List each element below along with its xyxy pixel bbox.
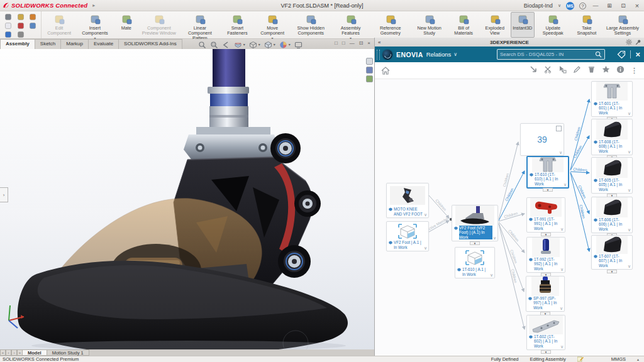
pane-icon-blue[interactable] bbox=[366, 67, 373, 74]
account-dropdown-icon[interactable]: ∨ bbox=[558, 3, 561, 8]
delete-trash-icon[interactable] bbox=[587, 65, 596, 76]
graphics-viewport[interactable]: › bbox=[0, 49, 374, 349]
graph-node-1t-602[interactable]: 1T-602 (1T-602) | A.1 | In Work∨▼ bbox=[526, 315, 565, 350]
model-tab-motion-study-1[interactable]: Motion Study 1 bbox=[47, 349, 89, 356]
node-chevron-icon[interactable]: ∨ bbox=[424, 246, 427, 251]
app-menu-label[interactable]: Relations bbox=[426, 51, 452, 58]
new-document-icon[interactable] bbox=[4, 21, 13, 30]
new-motion-study-button[interactable]: New Motion Study bbox=[411, 12, 448, 38]
component-preview-window-button[interactable]: Component Preview Window bbox=[139, 12, 179, 38]
graph-node-vf2-foot-ref[interactable]: VF2 Foot | A.1 | In Work∨ bbox=[386, 221, 429, 251]
threeds-compass-icon[interactable] bbox=[382, 50, 392, 60]
tab-evaluate[interactable]: Evaluate bbox=[88, 39, 119, 49]
model-tab-scroll-prev[interactable]: ‹ bbox=[6, 349, 11, 356]
options-gear-icon[interactable] bbox=[16, 30, 25, 39]
zoom-area-icon[interactable] bbox=[210, 40, 218, 48]
node-expand-tab[interactable]: ▼ bbox=[470, 241, 480, 245]
graph-node-1t-608[interactable]: 1T-608 (1T-608) | A.1 | In Work∨▼ bbox=[591, 119, 633, 155]
node-expand-tab[interactable]: ▼ bbox=[543, 188, 553, 192]
graph-node-1t-610-ref[interactable]: 1T-610 | A.1 | In Work∨ bbox=[455, 247, 495, 278]
graph-node-1t-607[interactable]: 1T-607 (1T-607) | A.1 | In Work∨▼ bbox=[591, 235, 633, 270]
show-hidden-components-button[interactable]: Show Hidden Components bbox=[291, 12, 331, 38]
more-vertical-icon[interactable]: ⋮ bbox=[631, 67, 638, 75]
view-orientation-caret-icon[interactable]: ▾ bbox=[274, 42, 275, 47]
graph-node-1t-601[interactable]: 1T-601 (1T-601) | A.1 | In Work∨▼ bbox=[591, 81, 633, 117]
node-chevron-icon[interactable]: ∨ bbox=[564, 182, 567, 187]
node-chevron-icon[interactable]: ∨ bbox=[628, 228, 631, 233]
pane-icon-green[interactable] bbox=[366, 75, 373, 82]
doc-close-icon[interactable]: × bbox=[367, 40, 370, 46]
prosthetic-foot-model[interactable] bbox=[0, 49, 374, 349]
print-preview-icon[interactable] bbox=[16, 21, 25, 30]
panel-pin-icon[interactable] bbox=[635, 39, 641, 45]
model-tab-scroll-first[interactable]: « bbox=[0, 349, 6, 356]
view-orientation-icon[interactable] bbox=[264, 40, 272, 48]
node-checkbox[interactable] bbox=[556, 126, 562, 131]
section-view-icon[interactable] bbox=[234, 40, 242, 48]
node-chevron-icon[interactable]: ∨ bbox=[560, 306, 563, 311]
doc-restore-icon[interactable]: ⊡ bbox=[359, 40, 364, 46]
node-expand-tab[interactable]: ▼ bbox=[541, 350, 551, 354]
edit-component-button[interactable]: Edit Component bbox=[43, 12, 75, 38]
account-name[interactable]: Biodapt-Ind bbox=[524, 3, 553, 9]
node-chevron-icon[interactable]: ∨ bbox=[424, 212, 427, 217]
graph-node-1t-992[interactable]: 1T-992 (1T-992) | A.1 | In Work∨▼ bbox=[526, 237, 565, 273]
node-chevron-icon[interactable]: ∨ bbox=[559, 150, 562, 155]
smart-fasteners-button[interactable]: Smart Fasteners bbox=[221, 12, 254, 38]
node-chevron-icon[interactable]: ∨ bbox=[560, 344, 564, 349]
search-icon[interactable] bbox=[595, 51, 602, 58]
appearances-icon[interactable] bbox=[279, 40, 287, 48]
open-document-icon[interactable] bbox=[16, 13, 25, 21]
node-chevron-icon[interactable]: ∨ bbox=[628, 150, 631, 155]
node-chevron-icon[interactable]: ∨ bbox=[628, 188, 631, 193]
pane-split-icon[interactable]: □ bbox=[335, 40, 338, 46]
feature-manager-collapsed-tab[interactable]: › bbox=[0, 187, 8, 202]
exploded-view-button[interactable]: Exploded View▾ bbox=[480, 12, 510, 38]
node-expand-tab[interactable]: ▼ bbox=[607, 270, 617, 273]
status-expand-icon[interactable]: ▴ bbox=[637, 357, 639, 361]
node-chevron-icon[interactable]: ∨ bbox=[628, 111, 631, 116]
graph-node-moto-knee[interactable]: MOTO KNEE AND VF2 FOOT∨ bbox=[386, 183, 429, 218]
close-button[interactable]: × bbox=[633, 2, 641, 9]
previous-view-icon[interactable] bbox=[222, 40, 230, 48]
reference-geometry-button[interactable]: Reference Geometry▾ bbox=[370, 12, 411, 38]
pane-single-icon[interactable]: □ bbox=[342, 40, 345, 46]
bill-of-materials-button[interactable]: Bill of Materials bbox=[448, 12, 479, 38]
graph-node-1t-991[interactable]: 1T-991 (1T-991) | A.1 | In Work∨▼ bbox=[526, 197, 565, 233]
restore-button[interactable]: ⊡ bbox=[619, 3, 628, 9]
maximize-button[interactable]: ⊞ bbox=[605, 3, 614, 9]
graph-node-group-39[interactable]: 39∨ bbox=[520, 123, 564, 156]
panel-close-icon[interactable]: × bbox=[635, 50, 640, 58]
graph-node-1t-606[interactable]: 1T-606 (1T-606) | A.1 | In Work∨▼ bbox=[591, 197, 633, 233]
model-tab-scroll-next[interactable]: › bbox=[11, 349, 17, 356]
mate-button[interactable]: Mate bbox=[114, 12, 138, 38]
node-chevron-icon[interactable]: ∨ bbox=[490, 273, 493, 278]
tag-icon[interactable] bbox=[617, 50, 626, 59]
tab-markup[interactable]: Markup bbox=[60, 39, 89, 49]
graph-node-sp-997[interactable]: SP-997 (SP-997) | A.1 | In Work∨▼ bbox=[526, 276, 565, 312]
move-component-button[interactable]: Move Component▾ bbox=[255, 12, 290, 38]
tab-assembly[interactable]: Assembly bbox=[0, 39, 35, 49]
import-arrow-icon[interactable] bbox=[530, 65, 538, 76]
tab-sketch[interactable]: Sketch bbox=[35, 39, 61, 49]
minimize-button[interactable]: — bbox=[591, 3, 600, 9]
appearances-caret-icon[interactable]: ▾ bbox=[289, 42, 291, 47]
instant3d-button[interactable]: Instant3D bbox=[511, 12, 535, 38]
pane-icon-gray[interactable] bbox=[366, 58, 373, 65]
panel-settings-gear-icon[interactable] bbox=[626, 39, 632, 45]
graph-node-1t-610[interactable]: 1T-610 (1T-610) | A.1 | In Work∨▼ bbox=[526, 156, 569, 189]
node-chevron-icon[interactable]: ∨ bbox=[560, 227, 564, 232]
large-assembly-settings-button[interactable]: Large Assembly Settings bbox=[602, 12, 643, 38]
model-tab-model[interactable]: Model bbox=[22, 349, 47, 356]
save-icon[interactable] bbox=[4, 30, 13, 39]
insert-components-button[interactable]: Insert Components▾ bbox=[76, 12, 114, 38]
undo-icon[interactable] bbox=[28, 13, 37, 21]
zoom-fit-icon[interactable] bbox=[198, 40, 206, 48]
info-icon[interactable] bbox=[616, 65, 625, 76]
app-menu-chevron-icon[interactable]: ∨ bbox=[453, 52, 457, 57]
display-style-caret-icon[interactable]: ▾ bbox=[258, 42, 260, 47]
assembly-features-button[interactable]: Assembly Features▾ bbox=[331, 12, 370, 38]
edit-pencil-icon[interactable] bbox=[573, 65, 581, 76]
home-icon[interactable] bbox=[381, 67, 390, 75]
display-style-icon[interactable] bbox=[249, 40, 257, 48]
